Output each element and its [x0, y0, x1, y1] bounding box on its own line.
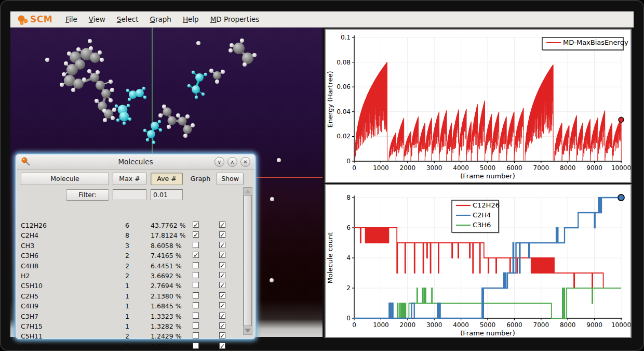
menu-help[interactable]: Help	[177, 13, 205, 25]
filter-threshold-input[interactable]	[151, 189, 183, 200]
highlighted-carbon-atom	[195, 73, 204, 82]
table-row[interactable]: CH338.6058 %✓	[17, 241, 245, 251]
hydrogen-atom	[112, 108, 116, 112]
show-checkbox[interactable]: ✓	[219, 231, 225, 238]
ave-percent: 3.6692 %	[151, 272, 182, 280]
svg-text:0.08: 0.08	[337, 59, 351, 66]
table-row[interactable]: C4H826.4451 %✓	[17, 261, 245, 271]
molecule-group	[60, 46, 116, 122]
carbon-atom	[66, 64, 78, 75]
menu-view[interactable]: View	[83, 13, 111, 25]
svg-text:0.04: 0.04	[337, 108, 351, 115]
close-button[interactable]: ✕	[240, 157, 250, 167]
hydrogen-atom	[110, 88, 114, 92]
table-row[interactable]: C2H4817.8124 %✓✓	[17, 230, 245, 240]
max-count: 1	[113, 302, 142, 310]
graph-checkbox[interactable]	[193, 322, 199, 329]
table-row[interactable]: H223.6692 %✓	[17, 271, 245, 281]
ave-percent: 1.3323 %	[151, 313, 182, 320]
show-checkbox[interactable]: ✓	[219, 282, 225, 288]
filter-input[interactable]	[113, 189, 146, 200]
menu-file[interactable]: File	[60, 13, 83, 25]
shade-button[interactable]: ∨	[214, 157, 224, 167]
graph-checkbox[interactable]	[193, 282, 199, 288]
svg-text:1000: 1000	[373, 164, 389, 172]
highlighted-carbon-atom	[151, 122, 159, 130]
graph-checkbox[interactable]	[193, 302, 199, 308]
hydrogen-atom	[89, 46, 93, 50]
molecule-count-chart-panel: 0100020003000400050006000700080009000100…	[325, 184, 632, 338]
hydrogen-atom	[127, 104, 130, 107]
show-checkbox[interactable]: ✓	[219, 242, 225, 248]
molecules-dialog: Molecules ∨∧✕ Molecule Max # Ave # Graph…	[16, 154, 256, 339]
menu-md-properties[interactable]: MD Properties	[205, 13, 265, 25]
max-count: 2	[113, 332, 142, 340]
scroll-up-icon[interactable]	[245, 189, 251, 193]
carbon-atom	[101, 89, 111, 98]
hydrogen-atom	[195, 96, 198, 99]
molecule-header-button[interactable]: Molecule	[21, 173, 109, 185]
max-count: 1	[113, 343, 142, 350]
table-row[interactable]: C4H911.6845 %✓	[17, 301, 245, 311]
show-checkbox[interactable]: ✓	[219, 332, 225, 339]
dialog-scrollbar[interactable]	[243, 187, 252, 335]
hydrogen-atom	[109, 80, 113, 84]
show-header-button[interactable]: Show	[217, 173, 244, 185]
table-row[interactable]: C12H26643.7762 %✓✓	[17, 220, 245, 230]
table-row[interactable]: C5H1012.7694 %✓	[17, 281, 245, 291]
hydrogen-atom	[176, 113, 180, 118]
menu-graph[interactable]: Graph	[144, 13, 177, 25]
graph-checkbox[interactable]	[193, 262, 199, 268]
free-hydrogen-atom	[270, 197, 274, 201]
graph-checkbox[interactable]	[193, 343, 199, 349]
highlighted-carbon-atom	[147, 130, 155, 138]
table-row[interactable]: C2H512.1380 %✓	[17, 291, 245, 301]
hydrogen-atom	[109, 98, 113, 102]
graph-checkbox[interactable]	[193, 292, 199, 298]
graph-checkbox[interactable]	[193, 313, 199, 319]
menu-bar: SCM FileViewSelectGraphHelpMD Properties	[10, 11, 634, 28]
ave-header-button[interactable]: Ave #	[151, 173, 183, 185]
table-row[interactable]: C12H2510.8738 %✓	[17, 342, 245, 351]
graph-checkbox[interactable]: ✓	[193, 252, 199, 258]
hydrogen-atom	[158, 113, 163, 118]
show-checkbox[interactable]: ✓	[219, 272, 225, 278]
hydrogen-atom	[167, 125, 171, 129]
show-checkbox[interactable]: ✓	[219, 322, 225, 329]
carbon-atom	[213, 71, 221, 80]
scroll-down-icon[interactable]	[245, 329, 251, 333]
hydrogen-atom	[209, 69, 213, 73]
hydrogen-atom	[76, 47, 81, 51]
table-row[interactable]: C3H711.3323 %✓	[17, 311, 245, 321]
show-checkbox[interactable]: ✓	[219, 302, 225, 308]
filter-button[interactable]: Filter:	[66, 189, 109, 201]
graph-checkbox[interactable]	[193, 332, 199, 339]
molecule-group	[187, 71, 207, 99]
show-checkbox[interactable]: ✓	[219, 222, 225, 228]
hydrogen-atom	[102, 109, 106, 113]
show-checkbox[interactable]: ✓	[219, 262, 225, 268]
maxbiasenergy-series	[355, 62, 622, 161]
molecule-name: C2H5	[21, 292, 38, 300]
scrollbar-thumb[interactable]	[244, 195, 252, 326]
table-row[interactable]: C7H1511.3282 %✓	[17, 321, 245, 331]
show-checkbox[interactable]: ✓	[219, 252, 225, 258]
ave-percent: 2.1380 %	[151, 292, 182, 300]
graph-checkbox[interactable]: ✓	[193, 222, 199, 228]
graph-checkbox[interactable]: ✓	[193, 231, 199, 238]
table-row[interactable]: C3H627.4165 %✓✓	[17, 251, 245, 261]
show-checkbox[interactable]: ✓	[219, 292, 225, 298]
graph-checkbox[interactable]	[193, 272, 199, 278]
svg-text:8000: 8000	[560, 321, 576, 329]
graph-checkbox[interactable]	[193, 242, 199, 248]
free-hydrogen-atom	[45, 58, 49, 62]
max-header-button[interactable]: Max #	[113, 173, 146, 185]
show-checkbox[interactable]: ✓	[219, 343, 225, 349]
menu-select[interactable]: Select	[111, 13, 144, 25]
svg-text:(Frame number): (Frame number)	[460, 172, 515, 180]
hydrogen-atom	[187, 84, 191, 87]
unshade-button[interactable]: ∧	[227, 157, 237, 167]
show-checkbox[interactable]: ✓	[219, 313, 225, 319]
table-row[interactable]: C5H1121.2429 %✓	[17, 331, 245, 341]
svg-text:MD-MaxBiasEnergy: MD-MaxBiasEnergy	[563, 38, 628, 46]
